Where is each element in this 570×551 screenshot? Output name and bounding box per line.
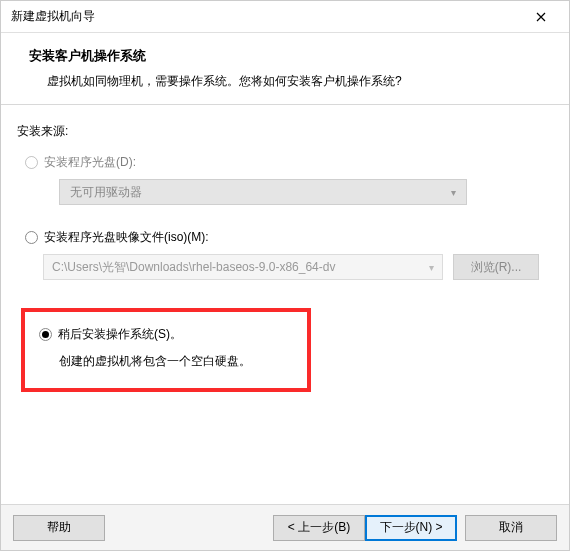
browse-button: 浏览(R)...: [453, 254, 539, 280]
radio-iso-file[interactable]: 安装程序光盘映像文件(iso)(M):: [25, 229, 553, 246]
iso-path-select: C:\Users\光智\Downloads\rhel-baseos-9.0-x8…: [43, 254, 443, 280]
wizard-content: 安装来源: 安装程序光盘(D): 无可用驱动器 ▾ 安装程序光盘映像文件(iso…: [1, 105, 569, 504]
iso-path-value: C:\Users\光智\Downloads\rhel-baseos-9.0-x8…: [52, 259, 335, 276]
next-button[interactable]: 下一步(N) >: [365, 515, 457, 541]
help-label: 帮助: [47, 519, 71, 536]
wizard-window: 新建虚拟机向导 安装客户机操作系统 虚拟机如同物理机，需要操作系统。您将如何安装…: [0, 0, 570, 551]
close-icon: [536, 12, 546, 22]
wizard-header: 安装客户机操作系统 虚拟机如同物理机，需要操作系统。您将如何安装客户机操作系统?: [1, 33, 569, 105]
drive-select: 无可用驱动器 ▾: [59, 179, 467, 205]
install-later-desc: 创建的虚拟机将包含一个空白硬盘。: [59, 353, 293, 370]
page-subtitle: 虚拟机如同物理机，需要操作系统。您将如何安装客户机操作系统?: [47, 73, 555, 90]
close-button[interactable]: [521, 3, 561, 31]
drive-select-value: 无可用驱动器: [70, 184, 142, 201]
browse-label: 浏览(R)...: [471, 259, 522, 276]
radio-label-later: 稍后安装操作系统(S)。: [58, 326, 182, 343]
cancel-label: 取消: [499, 519, 523, 536]
help-button[interactable]: 帮助: [13, 515, 105, 541]
radio-installer-disc[interactable]: 安装程序光盘(D):: [25, 154, 553, 171]
radio-install-later[interactable]: 稍后安装操作系统(S)。: [39, 326, 293, 343]
titlebar: 新建虚拟机向导: [1, 1, 569, 33]
radio-icon: [39, 328, 52, 341]
radio-icon: [25, 231, 38, 244]
iso-row: C:\Users\光智\Downloads\rhel-baseos-9.0-x8…: [43, 254, 553, 280]
chevron-down-icon: ▾: [429, 262, 434, 273]
window-title: 新建虚拟机向导: [11, 8, 95, 25]
highlighted-option: 稍后安装操作系统(S)。 创建的虚拟机将包含一个空白硬盘。: [21, 308, 311, 392]
page-heading: 安装客户机操作系统: [29, 47, 555, 65]
radio-label-disc: 安装程序光盘(D):: [44, 154, 136, 171]
next-label: 下一步(N) >: [380, 519, 443, 536]
install-source-label: 安装来源:: [17, 123, 553, 140]
wizard-footer: 帮助 < 上一步(B) 下一步(N) > 取消: [1, 504, 569, 550]
back-label: < 上一步(B): [288, 519, 350, 536]
radio-label-iso: 安装程序光盘映像文件(iso)(M):: [44, 229, 209, 246]
radio-icon: [25, 156, 38, 169]
cancel-button[interactable]: 取消: [465, 515, 557, 541]
chevron-down-icon: ▾: [451, 187, 456, 198]
back-button[interactable]: < 上一步(B): [273, 515, 365, 541]
